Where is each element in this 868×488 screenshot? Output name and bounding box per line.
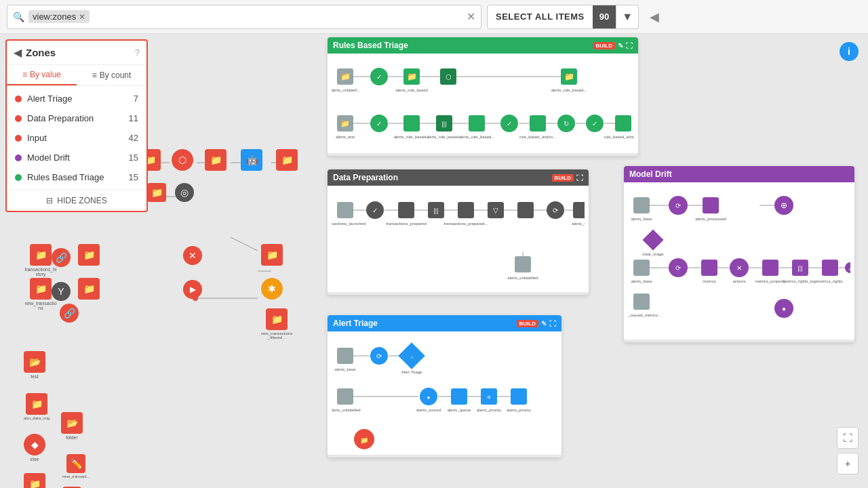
bottom-controls: ⛶ + [837,427,859,474]
zone-edit-icon[interactable]: ✎ [618,42,623,49]
model-drift-count: 15 [129,152,138,163]
data-preparation-dot [15,115,22,122]
data-row2-svg: alerts_unlabelled [332,247,585,284]
tab-by-value[interactable]: ≡ By value [7,65,77,85]
data-zone-expand[interactable]: ⛶ [576,174,583,182]
zones-sidebar: ◀ Zones ? ≡ By value ≡ By count Alert Tr… [5,39,148,212]
tab-by-count[interactable]: ≡ By count [77,65,146,85]
svg-line-5 [231,237,258,251]
svg-rect-151 [633,293,650,310]
svg-text:📁: 📁 [407,71,417,81]
data-preparation-body: transactions_launched ✓ transactions_pre… [328,186,589,292]
data-preparation-zone[interactable]: Data Preparation BUILD ⛶ transactions_la… [328,169,589,295]
info-button[interactable]: i [840,42,859,61]
data-zone-controls: BUILD ⛶ [552,174,583,182]
svg-text:⬦: ⬦ [410,354,414,360]
svg-text:alerts_unlabelled: alerts_unlabelled [332,408,361,412]
bg-node-4: 🤖 [241,149,262,171]
bg-node-2: ⬡ [172,149,193,171]
model-drift-name: Model Drift [27,152,70,163]
svg-rect-108 [511,388,527,405]
sidebar-help-button[interactable]: ? [135,47,140,58]
svg-text:alerts_queue: alerts_queue [448,408,471,412]
sidebar-item-model-drift[interactable]: Model Drift 15 [7,148,146,167]
alert-zone-edit[interactable]: ✎ [541,320,547,327]
svg-text:alerts_base: alerts_base [631,279,652,283]
svg-text:✓: ✓ [376,120,382,127]
svg-text:metrics_property: metrics_property [755,279,786,283]
svg-text:|||: ||| [797,265,802,272]
zone-expand-icon[interactable]: ⛶ [626,42,633,49]
sidebar-item-alert-triage[interactable]: Alert Triage 7 [7,89,146,108]
bg-node-6: 📁 [147,183,166,202]
svg-text:alerts_priority: alerts_priority [477,408,501,412]
svg-text:⬡: ⬡ [446,73,452,81]
rules-based-triage-name: Rules Based Triage [27,172,104,182]
alert-triage-body: alerts_base ⟳ ⬦ Alert Triage alerts_unla… [328,331,561,455]
svg-text:✓: ✓ [507,120,512,127]
model-drift-zone[interactable]: Model Drift alerts_base ⟳ alerts_process… [624,166,854,342]
svg-rect-57 [337,202,353,218]
svg-text:✓: ✓ [592,120,597,127]
bg-node-17: ✱ [261,278,283,300]
svg-text:alerts_unlabelled: alerts_unlabelled [507,276,538,280]
svg-text:▽: ▽ [493,207,498,214]
svg-text:actions: actions [732,279,745,283]
rules-based-triage-header: Rules Based Triage BUILD ✎ ⛶ [328,37,638,54]
bg-node-18: 🔗 [60,304,79,323]
alert-triage-dot [15,96,22,102]
svg-text:📁: 📁 [564,71,574,81]
select-all-label[interactable]: SELECT ALL ITEMS [488,12,593,22]
model-drift-dot [15,155,22,161]
search-tag-text: view:zones [33,12,76,22]
alert-triage-zone[interactable]: Alert Triage BUILD ✎ ⛶ alerts_base ⟳ [328,315,561,458]
input-name: Input [27,133,47,143]
svg-text:●: ● [427,394,431,401]
sidebar-items-list: Alert Triage 7 Data Preparation 11 Input… [7,86,146,190]
zoom-in-button[interactable]: + [837,453,859,474]
svg-rect-139 [762,260,778,276]
data-preparation-count: 11 [129,113,138,123]
sidebar-item-input[interactable]: Input 42 [7,128,146,148]
bg-node-16: ▶ [183,280,202,299]
sidebar-item-data-preparation[interactable]: Data Preparation 11 [7,108,146,128]
svg-text:↻: ↻ [564,120,569,127]
rules-based-triage-body: 📁 alerts_unlabell... ✓ 📁 alerts_rule_bas… [328,54,638,153]
nav-back-arrow[interactable]: ◀ [644,7,665,27]
sidebar-title: Zones [26,47,56,58]
by-count-label: By count [100,70,132,80]
svg-text:✓: ✓ [372,207,378,214]
alert-zone-expand[interactable]: ⛶ [549,320,556,327]
alert-triage-count: 7 [134,94,138,104]
svg-text:|||: ||| [441,121,446,127]
select-all-count: 90 [593,5,616,28]
svg-text:|||: ||| [433,207,438,214]
hide-zones-button[interactable]: ⊟ HIDE ZONES [7,190,146,211]
bg-node-3: 📁 [205,149,226,171]
expand-button[interactable]: ⛶ [837,427,859,449]
select-all-chevron[interactable]: ▼ [616,5,638,28]
bg-node-11: ✕ [183,246,202,265]
top-bar: 🔍 view:zones ✕ ✕ SELECT ALL ITEMS 90 ▼ ◀ [0,0,868,34]
svg-rect-101 [451,388,467,405]
search-clear-button[interactable]: ✕ [467,10,475,23]
svg-text:≡: ≡ [487,394,490,401]
svg-text:✕: ✕ [736,264,742,272]
svg-rect-124 [642,229,663,250]
data-preparation-header: Data Preparation BUILD ⛶ [328,169,589,186]
search-tag-close[interactable]: ✕ [79,12,85,22]
svg-rect-33 [403,115,420,131]
rules-row1-svg: 📁 alerts_unlabell... ✓ 📁 alerts_rule_bas… [332,58,634,102]
svg-text:alerts_scored: alerts_scored [416,408,441,412]
rules-based-triage-zone[interactable]: Rules Based Triage BUILD ✎ ⛶ 📁 alerts_un… [328,37,638,156]
sidebar-tabs: ≡ By value ≡ By count [7,65,146,86]
sidebar-title-area: ◀ Zones [14,46,56,59]
data-build-badge: BUILD [552,174,574,182]
sidebar-back-button[interactable]: ◀ [14,46,22,59]
svg-text:alerts_rule_based...: alerts_rule_based... [551,88,587,92]
search-box[interactable]: 🔍 view:zones ✕ ✕ [7,5,481,29]
svg-text:alerts_rule_based...: alerts_rule_based... [394,135,430,139]
svg-text:⟳: ⟳ [675,202,682,209]
svg-rect-113 [633,197,650,214]
sidebar-item-rules-based-triage[interactable]: Rules Based Triage 15 [7,167,146,187]
